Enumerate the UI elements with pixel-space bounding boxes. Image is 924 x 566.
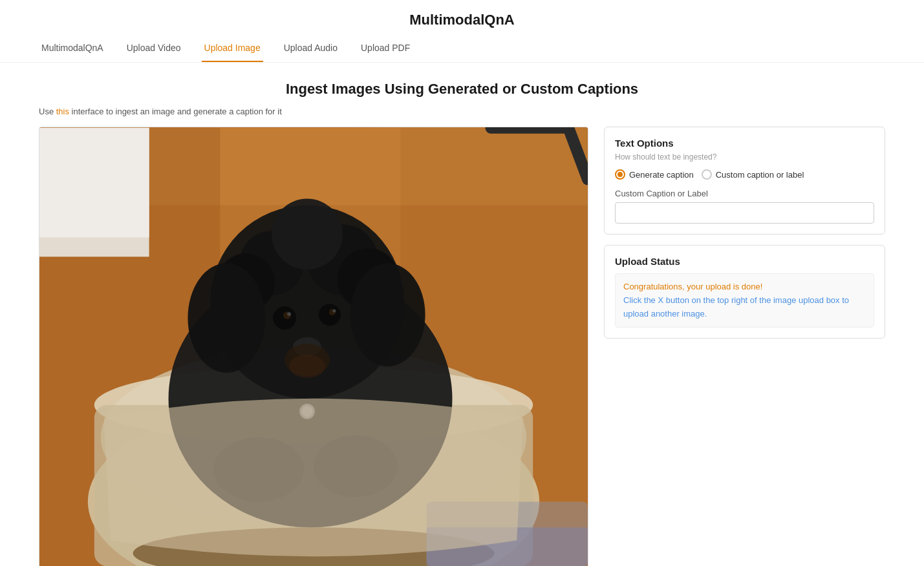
generate-caption-label: Generate caption xyxy=(629,170,694,180)
uploaded-image xyxy=(39,127,588,566)
svg-point-29 xyxy=(287,312,291,316)
status-congrats-text: Congratulations, your upload is done! xyxy=(623,282,762,291)
svg-point-23 xyxy=(188,263,265,373)
custom-caption-input[interactable] xyxy=(615,202,874,224)
custom-caption-option[interactable]: Custom caption or label xyxy=(702,169,804,180)
generate-caption-option[interactable]: Generate caption xyxy=(615,169,694,180)
svg-rect-8 xyxy=(39,128,149,238)
svg-point-33 xyxy=(289,355,325,378)
upload-status-message: Congratulations, your upload is done! Cl… xyxy=(615,273,874,328)
upload-status-title: Upload Status xyxy=(615,256,874,267)
nav-item-upload-video[interactable]: Upload Video xyxy=(124,35,184,62)
svg-point-26 xyxy=(319,304,341,326)
generate-caption-radio[interactable] xyxy=(615,169,625,180)
svg-point-20 xyxy=(272,199,343,270)
svg-point-24 xyxy=(350,263,425,366)
svg-point-30 xyxy=(332,309,336,313)
main-content: Image × xyxy=(0,127,924,566)
page-heading: Ingest Images Using Generated or Custom … xyxy=(0,81,924,98)
text-options-title: Text Options xyxy=(615,138,874,149)
status-instruction-text: Click the X button on the top right of t… xyxy=(623,295,849,319)
nav-bar: MultimodalQnA Upload Video Upload Image … xyxy=(0,35,924,63)
page-description: Use this interface to ingest an image an… xyxy=(0,107,924,116)
custom-caption-field-label: Custom Caption or Label xyxy=(615,189,874,198)
description-link[interactable]: this xyxy=(56,107,69,116)
image-panel: Image × xyxy=(39,127,588,566)
right-panel: Text Options How should text be ingested… xyxy=(604,127,885,339)
text-options-card: Text Options How should text be ingested… xyxy=(604,127,885,235)
text-options-subtitle: How should text be ingested? xyxy=(615,152,874,162)
nav-item-multimodal[interactable]: MultimodalQnA xyxy=(39,35,106,62)
nav-item-upload-image[interactable]: Upload Image xyxy=(202,35,263,62)
nav-item-upload-pdf[interactable]: Upload PDF xyxy=(358,35,413,62)
radio-options: Generate caption Custom caption or label xyxy=(615,169,874,180)
nav-item-upload-audio[interactable]: Upload Audio xyxy=(281,35,340,62)
custom-caption-radio[interactable] xyxy=(702,169,712,180)
custom-caption-label: Custom caption or label xyxy=(716,170,804,180)
upload-status-card: Upload Status Congratulations, your uplo… xyxy=(604,245,885,339)
app-title: MultimodalQnA xyxy=(0,0,924,35)
